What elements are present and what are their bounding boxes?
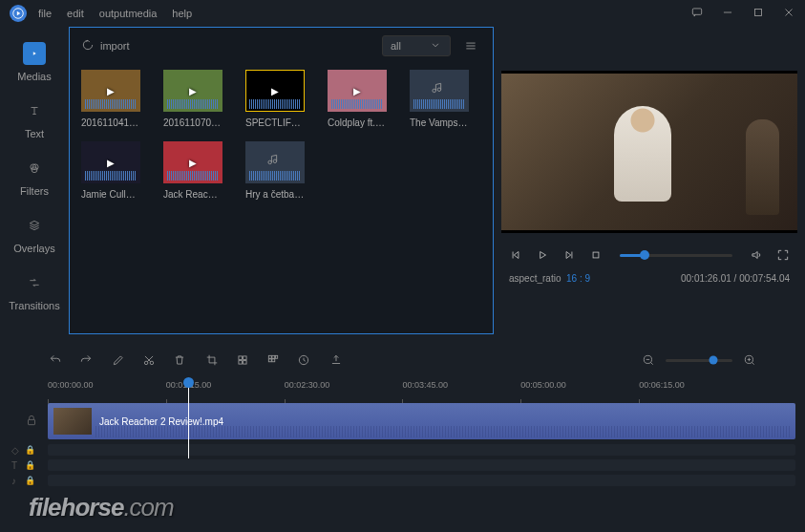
watermark: filehorse.com [29, 493, 174, 522]
ruler-tick: 00:00:00.00 [48, 380, 166, 401]
rail-label: Medias [17, 71, 51, 82]
svg-point-9 [268, 160, 272, 164]
media-item[interactable]: Coldplay ft. C… [328, 70, 387, 128]
rail-label: Filters [20, 185, 49, 197]
svg-rect-2 [755, 10, 762, 16]
overlay-track[interactable]: ◇ 🔒 [48, 443, 795, 457]
ruler-tick: 00:05:00.00 [520, 380, 639, 401]
overlay-track-icon: ◇ [11, 445, 19, 456]
filter-select[interactable]: all [382, 35, 451, 56]
stop-button[interactable] [587, 246, 604, 264]
svg-rect-14 [239, 356, 243, 360]
media-thumbnail [81, 70, 140, 112]
transitions-icon [23, 271, 46, 294]
next-frame-button[interactable] [561, 246, 578, 264]
feedback-icon[interactable] [690, 6, 704, 21]
maximize-button[interactable] [752, 6, 765, 21]
timeline-area: 00:00:00.0000:01:15.0000:02:30.0000:03:4… [0, 334, 805, 532]
list-view-toggle[interactable] [460, 35, 481, 56]
rail-transitions[interactable]: Transitions [9, 271, 59, 311]
svg-rect-22 [272, 359, 275, 362]
grid-button[interactable] [265, 352, 281, 368]
zoom-in-button[interactable] [742, 352, 757, 368]
menu-help[interactable]: help [172, 8, 192, 19]
svg-rect-26 [29, 419, 35, 424]
titlebar: file edit outputmedia help [0, 0, 805, 27]
timeline-ruler[interactable]: 00:00:00.0000:01:15.0000:02:30.0000:03:4… [0, 380, 805, 401]
zoom-out-button[interactable] [641, 352, 656, 368]
media-item[interactable]: 20161104100… [81, 70, 140, 128]
rail-label: Text [25, 128, 44, 139]
media-name: Coldplay ft. C… [328, 117, 387, 128]
app-logo [10, 5, 27, 22]
media-name: Hry a četba (… [245, 189, 305, 200]
time-display: 00:01:26.01 / 00:07:54.04 [681, 273, 790, 284]
volume-button[interactable] [748, 246, 765, 264]
seek-slider[interactable] [620, 254, 732, 257]
video-track[interactable]: Jack Reacher 2 Review!.mp4 [48, 401, 795, 441]
play-button[interactable] [534, 246, 551, 264]
rail-label: Transitions [9, 300, 59, 311]
media-item[interactable]: Jack Reacher… [163, 141, 222, 200]
menu-edit[interactable]: edit [67, 8, 84, 19]
media-name: The Vamps -… [410, 117, 469, 128]
undo-button[interactable] [48, 352, 63, 368]
clip-name: Jack Reacher 2 Review!.mp4 [99, 416, 223, 427]
svg-rect-1 [692, 9, 701, 14]
edit-button[interactable] [111, 352, 126, 368]
fullscreen-button[interactable] [774, 246, 792, 264]
media-item[interactable]: SPECTLIFE m… [245, 70, 305, 128]
media-thumbnail [81, 141, 140, 183]
rail-label: Overlays [13, 243, 54, 254]
duration-button[interactable] [296, 352, 311, 368]
chevron-down-icon [429, 38, 442, 53]
rail-filters[interactable]: Filters [20, 157, 49, 197]
svg-rect-15 [244, 356, 247, 360]
rail-medias[interactable]: Medias [17, 42, 51, 82]
minimize-button[interactable] [721, 6, 734, 21]
text-track[interactable]: T 🔒 [48, 458, 795, 472]
prev-frame-button[interactable] [507, 246, 524, 264]
svg-rect-18 [268, 355, 271, 358]
playhead[interactable] [188, 380, 189, 458]
svg-rect-21 [268, 359, 271, 362]
export-button[interactable] [328, 352, 344, 368]
import-button[interactable]: import [81, 38, 130, 53]
media-thumbnail [328, 70, 387, 112]
media-thumbnail [163, 70, 222, 112]
crop-button[interactable] [204, 352, 220, 368]
timeline-clip[interactable]: Jack Reacher 2 Review!.mp4 [48, 403, 795, 439]
menu-outputmedia[interactable]: outputmedia [99, 8, 158, 19]
cut-button[interactable] [141, 352, 157, 368]
audio-track[interactable]: ♪ 🔒 [48, 474, 795, 487]
import-label: import [100, 40, 130, 52]
menu-bar: file edit outputmedia help [38, 8, 690, 19]
delete-button[interactable] [172, 352, 187, 368]
media-item[interactable]: Jamie Cullum… [81, 141, 140, 200]
media-name: Jamie Cullum… [81, 189, 140, 200]
media-item[interactable]: Hry a četba (… [245, 141, 305, 200]
lock-icon[interactable]: 🔒 [25, 476, 35, 485]
media-name: 20161104100… [81, 117, 140, 128]
filters-icon [23, 157, 46, 180]
lock-icon[interactable]: 🔒 [25, 460, 35, 470]
media-item[interactable]: The Vamps -… [410, 70, 469, 128]
media-thumbnail [245, 70, 305, 112]
play-icon [23, 42, 46, 65]
media-thumbnail [410, 70, 469, 112]
menu-file[interactable]: file [38, 8, 52, 19]
media-grid: 20161104100…20161107092…SPECTLIFE m…Cold… [70, 64, 493, 205]
preview-frame[interactable] [501, 71, 797, 233]
lock-icon[interactable]: 🔒 [25, 445, 35, 455]
redo-button[interactable] [78, 352, 94, 368]
rail-text[interactable]: Text [23, 99, 46, 139]
zoom-slider[interactable] [666, 359, 732, 362]
mosaic-button[interactable] [235, 352, 250, 368]
media-thumbnail [245, 141, 305, 183]
svg-point-8 [437, 88, 441, 92]
lock-icon[interactable] [25, 414, 38, 429]
ruler-tick: 00:03:45.00 [402, 380, 520, 401]
close-button[interactable] [782, 6, 795, 21]
media-item[interactable]: 20161107092… [163, 70, 222, 128]
rail-overlays[interactable]: Overlays [13, 214, 54, 254]
